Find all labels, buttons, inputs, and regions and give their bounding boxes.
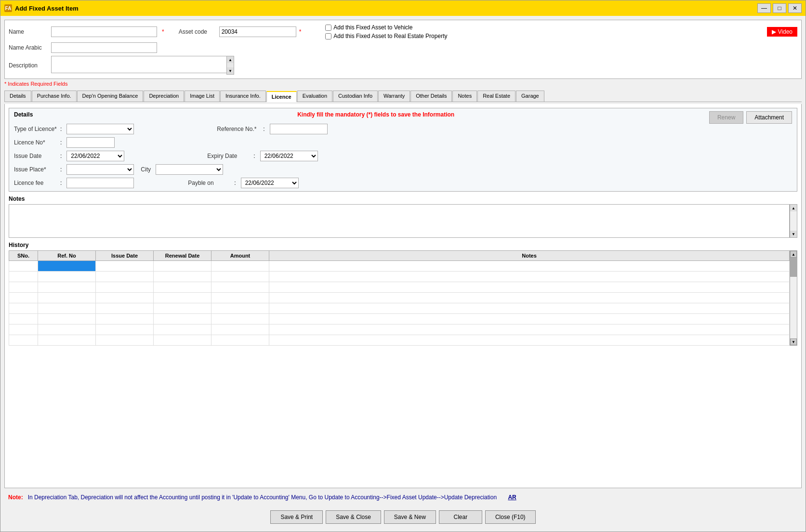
tab-warranty[interactable]: Warranty — [378, 91, 410, 102]
desc-scroll-down[interactable]: ▼ — [227, 67, 234, 74]
asset-code-required-star: * — [299, 28, 302, 35]
minimize-button[interactable]: — — [757, 3, 771, 13]
desc-scroll-up[interactable]: ▲ — [227, 56, 234, 63]
details-section-title: Details — [14, 111, 33, 118]
row1-renewal-date — [154, 261, 211, 272]
history-main: SNo. Ref. No Issue Date Renewal Date Amo… — [9, 250, 790, 346]
required-note: * Indicates Required Fields — [4, 81, 802, 87]
note-link[interactable]: AR — [508, 494, 516, 501]
tab-other-details[interactable]: Other Details — [410, 91, 452, 102]
row2-refno — [38, 272, 96, 282]
expiry-date-select[interactable]: 22/06/2022 — [260, 151, 318, 161]
close-button[interactable]: ✕ — [788, 3, 802, 13]
tab-real-estate[interactable]: Real Estate — [477, 91, 515, 102]
table-row[interactable] — [9, 282, 790, 293]
window-controls: — □ ✕ — [757, 3, 802, 13]
save-close-button[interactable]: Save & Close — [326, 510, 381, 524]
table-row[interactable] — [9, 261, 790, 272]
name-arabic-label: Name Arabic — [9, 44, 47, 51]
tab-image-list[interactable]: Image List — [185, 91, 220, 102]
issue-date-label: Issue Date — [14, 153, 57, 159]
realestate-checkbox[interactable] — [325, 33, 331, 39]
city-select[interactable] — [156, 164, 223, 175]
tab-purchase-info[interactable]: Purchase Info. — [32, 91, 77, 102]
notes-label: Notes — [9, 195, 797, 202]
licence-fee-input[interactable] — [66, 178, 134, 188]
tab-licence[interactable]: Licence — [266, 91, 297, 102]
clear-button[interactable]: Clear — [439, 510, 482, 524]
close-button-footer[interactable]: Close (F10) — [485, 510, 536, 524]
licence-fee-row: Licence fee : Payble on : 22/06/2022 — [14, 178, 792, 188]
table-row[interactable] — [9, 324, 790, 335]
scrollbar-up[interactable]: ▲ — [790, 251, 797, 258]
mandatory-message: Kindly fill the mandatory (*) fields to … — [297, 111, 454, 118]
row1-issue-date — [96, 261, 154, 272]
table-row[interactable] — [9, 335, 790, 346]
city-label: City — [141, 166, 151, 173]
main-window: FA Add Fixed Asset Item — □ ✕ Name * Ass… — [0, 0, 806, 532]
asset-code-input[interactable] — [219, 26, 296, 37]
type-of-licence-select[interactable] — [66, 124, 134, 134]
notes-scroll-up[interactable]: ▲ — [790, 205, 797, 211]
save-print-button[interactable]: Save & Print — [270, 510, 323, 524]
table-row[interactable] — [9, 293, 790, 303]
licence-no-input[interactable] — [66, 137, 115, 148]
col-amount: Amount — [211, 251, 269, 261]
issue-date-select[interactable]: 22/06/2022 — [66, 151, 124, 161]
tab-depn-opening[interactable]: Dep'n Opening Balance — [77, 91, 144, 102]
reference-no-input[interactable] — [270, 124, 328, 134]
table-row[interactable] — [9, 314, 790, 324]
video-button[interactable]: ▶ Video — [767, 27, 797, 37]
description-row: Description ▲ ▼ — [9, 56, 797, 75]
vehicle-checkbox[interactable] — [325, 25, 331, 31]
name-input[interactable] — [51, 26, 157, 37]
description-input[interactable] — [51, 56, 234, 73]
type-of-licence-label: Type of Licence* — [14, 126, 57, 132]
main-content: Name * Asset code * Add this Fixed Asset… — [0, 16, 806, 532]
scrollbar-track — [790, 258, 797, 338]
row2-issue-date — [96, 272, 154, 282]
vehicle-checkbox-row: Add this Fixed Asset to Vehicle — [325, 24, 447, 31]
history-scrollbar: ▲ ▼ — [790, 250, 797, 346]
row2-sno — [9, 272, 38, 282]
history-tbody — [9, 261, 790, 346]
titlebar: FA Add Fixed Asset Item — □ ✕ — [0, 0, 806, 16]
tab-custodian-info[interactable]: Custodian Info — [333, 91, 378, 102]
row1-sno — [9, 261, 38, 272]
attachment-button[interactable]: Attachment — [746, 111, 792, 124]
notes-scroll-down[interactable]: ▼ — [790, 231, 797, 237]
table-row[interactable] — [9, 303, 790, 314]
renew-button[interactable]: Renew — [709, 111, 743, 124]
notes-textarea[interactable] — [9, 204, 790, 238]
payble-on-select[interactable]: 22/06/2022 — [241, 178, 299, 188]
table-row[interactable] — [9, 272, 790, 282]
issue-place-select[interactable] — [66, 164, 134, 175]
bottom-note: Note: In Depreciation Tab, Depreciation … — [4, 490, 802, 505]
row2-renewal-date — [154, 272, 211, 282]
issue-place-label: Issue Place* — [14, 166, 57, 173]
row1-amount — [211, 261, 269, 272]
tab-notes[interactable]: Notes — [452, 91, 477, 102]
description-label: Description — [9, 62, 47, 69]
tab-evaluation[interactable]: Evaluation — [297, 91, 332, 102]
details-grid: Type of Licence* : Reference No.* : Lice… — [14, 124, 792, 188]
licence-type-row: Type of Licence* : Reference No.* : — [14, 124, 792, 134]
asset-code-label: Asset code — [179, 28, 217, 35]
save-new-button[interactable]: Save & New — [384, 510, 436, 524]
scrollbar-down[interactable]: ▼ — [790, 338, 797, 345]
history-section: History SNo. Ref. No Issue Date Renewal … — [9, 242, 797, 346]
maximize-button[interactable]: □ — [773, 3, 786, 13]
tab-insurance-info[interactable]: Insurance Info. — [220, 91, 266, 102]
details-section: Details Kindly fill the mandatory (*) fi… — [9, 108, 797, 192]
row2-amount — [211, 272, 269, 282]
row1-notes — [269, 261, 790, 272]
vehicle-checkbox-label: Add this Fixed Asset to Vehicle — [333, 24, 412, 31]
name-label: Name — [9, 28, 47, 35]
history-header-row: SNo. Ref. No Issue Date Renewal Date Amo… — [9, 251, 790, 261]
row2-notes — [269, 272, 790, 282]
tab-depreciation[interactable]: Depreciation — [144, 91, 184, 102]
name-arabic-input[interactable] — [51, 42, 157, 53]
tab-details[interactable]: Details — [4, 91, 31, 102]
tab-garage[interactable]: Garage — [516, 91, 544, 102]
col-issue-date: Issue Date — [96, 251, 154, 261]
